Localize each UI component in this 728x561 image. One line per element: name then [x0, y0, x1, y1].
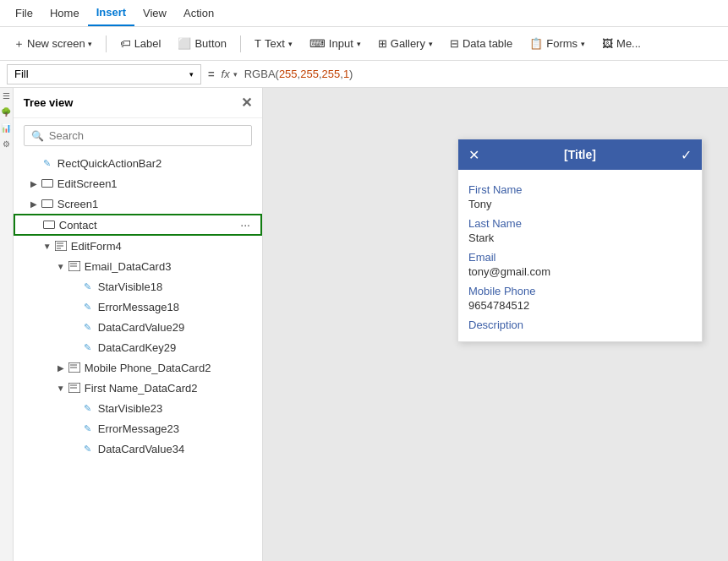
- rail-properties-icon[interactable]: ⚙: [3, 139, 10, 149]
- menu-home[interactable]: Home: [41, 0, 88, 26]
- datatable-label: Data table: [463, 37, 512, 50]
- tree-item-starvisible23[interactable]: ✎ StarVisible23: [14, 398, 262, 418]
- field-label-description: Description: [468, 319, 692, 331]
- edit-icon-errormessage23: ✎: [81, 422, 95, 435]
- input-button[interactable]: ⌨ Input ▾: [303, 34, 368, 53]
- formula-close: ): [349, 68, 353, 80]
- tree-close-button[interactable]: ✕: [241, 95, 252, 111]
- menubar: File Home Insert View Action: [0, 0, 728, 27]
- form-card-close-icon[interactable]: ✕: [468, 147, 479, 163]
- rail-tree-icon[interactable]: 🌳: [1, 107, 11, 117]
- input-chevron-icon: ▾: [357, 40, 361, 48]
- tree-label-datacardkey29: DataCardKey29: [98, 341, 259, 354]
- form-icon-firstname-datacard2: [68, 381, 81, 395]
- menu-view[interactable]: View: [134, 0, 175, 26]
- form-card-header: ✕ [Title] ✓: [458, 139, 702, 170]
- forms-chevron-icon: ▾: [581, 40, 585, 48]
- tree-label-rectquick: RectQuickActionBar2: [57, 157, 259, 170]
- tree-item-datacardvalue34[interactable]: ✎ DataCardValue34: [14, 438, 262, 459]
- rail-menu-icon[interactable]: ☰: [3, 91, 10, 101]
- tree-item-errormessage18[interactable]: ✎ ErrorMessage18: [14, 297, 262, 317]
- tree-item-starvisible18[interactable]: ✎ StarVisible18: [14, 276, 262, 297]
- field-value-lastname: Stark: [468, 231, 692, 244]
- fx-area: fx ▾: [222, 68, 238, 80]
- menu-action[interactable]: Action: [175, 0, 222, 26]
- field-value-mobilephone: 9654784512: [468, 299, 692, 312]
- field-label-lastname: Last Name: [468, 217, 692, 230]
- chevron-contact: [29, 218, 42, 231]
- datatable-button[interactable]: ⊟ Data table: [443, 34, 519, 53]
- media-button[interactable]: 🖼 Me...: [595, 34, 648, 53]
- tree-item-mobilephone-datacard2[interactable]: ▶ Mobile Phone_DataCard2: [14, 357, 262, 378]
- edit-icon-datacardvalue29: ✎: [81, 320, 95, 334]
- gallery-label: Gallery: [391, 37, 425, 50]
- text-button[interactable]: T Text ▾: [248, 34, 299, 53]
- tree-label-datacardvalue34: DataCardValue34: [98, 443, 259, 455]
- fill-dropdown[interactable]: Fill ▾: [7, 64, 201, 84]
- tree-item-editscreen1[interactable]: ▶ EditScreen1: [14, 173, 262, 193]
- text-chevron-icon: ▾: [288, 40, 293, 48]
- main-area: ☰ 🌳 📊 ⚙ Tree view ✕ 🔍 ✎ RectQuickActionB…: [0, 88, 728, 561]
- edit-icon-rectquick: ✎: [41, 156, 54, 170]
- button-label: Button: [194, 37, 227, 50]
- tree-search-container: 🔍: [24, 125, 252, 146]
- tree-item-firstname-datacard2[interactable]: ▼ First Name_DataCard2: [14, 378, 262, 398]
- edit-icon-starvisible23: ✎: [81, 401, 95, 415]
- tree-label-datacardvalue29: DataCardValue29: [98, 321, 259, 334]
- tree-label-screen1: Screen1: [57, 198, 259, 210]
- tree-label-editscreen1: EditScreen1: [57, 177, 259, 190]
- chevron-starvisible18: [68, 280, 81, 293]
- label-button[interactable]: 🏷 Label: [113, 34, 168, 53]
- tree-item-email-datacard3[interactable]: ▼ Email_DataCard3: [14, 256, 262, 276]
- forms-icon: 📋: [529, 37, 543, 50]
- equals-sign: =: [208, 68, 215, 80]
- gallery-chevron-icon: ▾: [429, 40, 433, 48]
- gallery-button[interactable]: ⊞ Gallery ▾: [371, 34, 440, 53]
- chevron-editscreen1[interactable]: ▶: [27, 177, 41, 190]
- tree-item-errormessage23[interactable]: ✎ ErrorMessage23: [14, 418, 262, 438]
- tree-header: Tree view ✕: [14, 88, 262, 118]
- form-card-title: [Title]: [564, 148, 596, 161]
- chevron-editform4[interactable]: ▼: [41, 239, 54, 253]
- form-card-body: First Name Tony Last Name Stark Email to…: [458, 170, 702, 341]
- chevron-mobilephone-datacard2[interactable]: ▶: [54, 361, 68, 374]
- tree-label-contact: Contact: [59, 219, 238, 231]
- tree-item-datacardkey29[interactable]: ✎ DataCardKey29: [14, 337, 262, 357]
- chevron-datacardvalue29: [68, 320, 81, 334]
- tree-more-contact[interactable]: ···: [237, 218, 254, 231]
- screen-icon-screen1: [41, 197, 54, 210]
- tree-item-datacardvalue29[interactable]: ✎ DataCardValue29: [14, 317, 262, 337]
- tree-body: ✎ RectQuickActionBar2 ▶ EditScreen1 ▶ Sc…: [14, 153, 262, 561]
- form-card-check-icon[interactable]: ✓: [681, 147, 692, 163]
- chevron-firstname-datacard2[interactable]: ▼: [54, 381, 68, 395]
- field-value-email: tony@gmail.com: [468, 265, 692, 278]
- tree-item-contact[interactable]: Contact ···: [14, 214, 262, 236]
- button-button[interactable]: ⬜ Button: [171, 34, 233, 53]
- menu-file[interactable]: File: [7, 0, 41, 26]
- screen-icon-editscreen1: [41, 177, 54, 190]
- form-icon-editform4: [54, 239, 68, 253]
- edit-icon-starvisible18: ✎: [81, 280, 95, 293]
- icon-rail: ☰ 🌳 📊 ⚙: [0, 88, 14, 561]
- menu-insert[interactable]: Insert: [88, 0, 134, 26]
- media-icon: 🖼: [602, 37, 613, 50]
- tree-item-editform4[interactable]: ▼ EditForm4: [14, 236, 262, 256]
- field-label-email: Email: [468, 251, 692, 264]
- formula-display[interactable]: RGBA( 255 , 255 , 255 , 1 ): [244, 68, 721, 80]
- toolbar: ＋ New screen ▾ 🏷 Label ⬜ Button T Text ▾…: [0, 27, 728, 61]
- chevron-screen1[interactable]: ▶: [27, 197, 41, 210]
- rail-data-icon[interactable]: 📊: [1, 123, 11, 133]
- field-label-mobilephone: Mobile Phone: [468, 285, 692, 297]
- formula-chevron-icon: ▾: [233, 70, 238, 79]
- new-screen-button[interactable]: ＋ New screen ▾: [7, 33, 99, 55]
- button-icon: ⬜: [178, 37, 191, 50]
- forms-button[interactable]: 📋 Forms ▾: [523, 34, 592, 53]
- chevron-email-datacard3[interactable]: ▼: [54, 259, 68, 273]
- tree-item-screen1[interactable]: ▶ Screen1: [14, 193, 262, 214]
- fx-label: fx: [222, 68, 230, 80]
- chevron-starvisible23: [68, 401, 81, 415]
- chevron-datacardvalue34: [68, 442, 81, 455]
- tree-item-rectquick[interactable]: ✎ RectQuickActionBar2: [14, 153, 262, 173]
- search-input[interactable]: [49, 129, 244, 142]
- datatable-icon: ⊟: [450, 37, 459, 50]
